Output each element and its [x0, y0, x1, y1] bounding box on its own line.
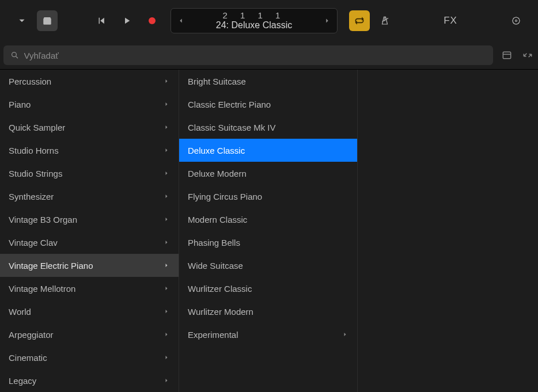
browser-columns: PercussionPianoQuick SamplerStudio Horns… [0, 69, 538, 392]
list-item[interactable]: Legacy [0, 369, 179, 392]
list-item-label: Piano [9, 100, 31, 109]
list-item[interactable]: Classic Suitcase Mk IV [179, 116, 357, 139]
list-item[interactable]: Percussion [0, 70, 179, 93]
list-item-label: Vintage Electric Piano [9, 261, 93, 271]
list-item[interactable]: Deluxe Classic [179, 139, 357, 162]
list-item[interactable]: Classic Electric Piano [179, 93, 357, 116]
svg-point-3 [12, 52, 17, 57]
search-row [0, 41, 538, 69]
lcd-next-button[interactable] [323, 17, 331, 25]
list-item-label: Deluxe Modern [188, 169, 247, 178]
search-icon [10, 51, 20, 60]
list-item[interactable]: Wurlitzer Modern [179, 300, 357, 323]
search-box[interactable] [3, 45, 493, 65]
chevron-right-icon [163, 215, 170, 224]
list-item-label: Synthesizer [9, 192, 54, 201]
chevron-right-icon [163, 330, 170, 340]
list-item-label: Modern Classic [188, 215, 247, 224]
list-item[interactable]: World [0, 300, 179, 323]
play-button[interactable] [116, 10, 137, 31]
library-button[interactable] [37, 10, 58, 31]
chevron-right-icon [163, 146, 170, 155]
list-item-label: Phasing Bells [188, 238, 240, 248]
list-item[interactable]: Phasing Bells [179, 231, 357, 254]
svg-point-1 [513, 17, 520, 24]
fx-button[interactable]: FX [444, 15, 457, 26]
list-item[interactable]: Arpeggiator [0, 323, 179, 346]
list-item[interactable]: Vintage Clav [0, 231, 179, 254]
chevron-right-icon [163, 307, 170, 317]
chevron-right-icon [163, 353, 170, 363]
list-item-label: Quick Sampler [9, 123, 65, 132]
list-item-label: Vintage Clav [9, 238, 58, 248]
list-item[interactable]: Wurlitzer Classic [179, 277, 357, 300]
svg-rect-4 [503, 52, 510, 59]
category-column: PercussionPianoQuick SamplerStudio Horns… [0, 70, 179, 392]
rewind-button[interactable] [91, 10, 112, 31]
chevron-right-icon [163, 100, 170, 109]
list-item[interactable]: Deluxe Modern [179, 162, 357, 185]
lcd-display: 2 1 1 1 24: Deluxe Classic [171, 8, 338, 33]
lcd-title: 24: Deluxe Classic [216, 20, 293, 31]
chevron-right-icon [163, 192, 170, 201]
record-button[interactable] [142, 10, 162, 31]
list-item[interactable]: Studio Strings [0, 162, 179, 185]
list-item-label: Vintage Mellotron [9, 284, 75, 294]
list-item-label: Wurlitzer Modern [188, 307, 253, 317]
preset-column: Bright SuitcaseClassic Electric PianoCla… [179, 70, 357, 392]
list-item-label: Percussion [9, 77, 51, 86]
lcd-center[interactable]: 2 1 1 1 24: Deluxe Classic [216, 10, 293, 31]
list-item-label: Experimental [188, 330, 238, 340]
list-item[interactable]: Experimental [179, 323, 357, 346]
list-item-label: Wide Suitcase [188, 261, 243, 271]
list-item[interactable]: Bright Suitcase [179, 70, 357, 93]
svg-point-0 [149, 17, 156, 24]
list-item[interactable]: Flying Circus Piano [179, 185, 357, 208]
cycle-button[interactable] [349, 10, 370, 31]
list-item-label: Flying Circus Piano [188, 192, 262, 201]
list-item[interactable]: Vintage B3 Organ [0, 208, 179, 231]
list-item-label: Cinematic [9, 353, 47, 363]
list-item[interactable]: Synthesizer [0, 185, 179, 208]
collapse-button[interactable] [521, 48, 535, 62]
settings-gear-button[interactable] [506, 10, 526, 31]
list-item[interactable]: Wide Suitcase [179, 254, 357, 277]
search-input[interactable] [24, 51, 486, 60]
toolbar: 2 1 1 1 24: Deluxe Classic FX [0, 0, 538, 41]
list-item-label: Deluxe Classic [188, 146, 245, 155]
lcd-counter: 2 1 1 1 [216, 10, 293, 20]
detail-column [357, 70, 538, 392]
list-item-label: Wurlitzer Classic [188, 284, 252, 294]
list-item[interactable]: Vintage Mellotron [0, 277, 179, 300]
list-item-label: Bright Suitcase [188, 77, 246, 86]
list-item-label: Legacy [9, 376, 36, 386]
chevron-right-icon [163, 261, 170, 271]
list-item-label: Studio Strings [9, 169, 62, 178]
list-item-label: World [9, 307, 31, 317]
lcd-prev-button[interactable] [177, 17, 185, 25]
list-item[interactable]: Vintage Electric Piano [0, 254, 179, 277]
list-item-label: Vintage B3 Organ [9, 215, 77, 224]
window-toggle-button[interactable] [500, 48, 514, 62]
list-item-label: Classic Electric Piano [188, 100, 271, 109]
chevron-right-icon [163, 77, 170, 86]
chevron-right-icon [163, 238, 170, 248]
list-item[interactable]: Piano [0, 93, 179, 116]
list-item[interactable]: Cinematic [0, 346, 179, 369]
chevron-right-icon [163, 123, 170, 132]
disclosure-button[interactable] [12, 10, 32, 31]
list-item-label: Classic Suitcase Mk IV [188, 123, 276, 132]
list-item[interactable]: Quick Sampler [0, 116, 179, 139]
chevron-right-icon [342, 330, 348, 340]
list-item-label: Arpeggiator [9, 330, 54, 340]
svg-point-2 [516, 20, 517, 22]
chevron-right-icon [163, 376, 170, 386]
metronome-button[interactable] [374, 10, 395, 31]
chevron-right-icon [163, 169, 170, 178]
list-item[interactable]: Studio Horns [0, 139, 179, 162]
chevron-right-icon [163, 284, 170, 294]
list-item-label: Studio Horns [9, 146, 59, 155]
list-item[interactable]: Modern Classic [179, 208, 357, 231]
